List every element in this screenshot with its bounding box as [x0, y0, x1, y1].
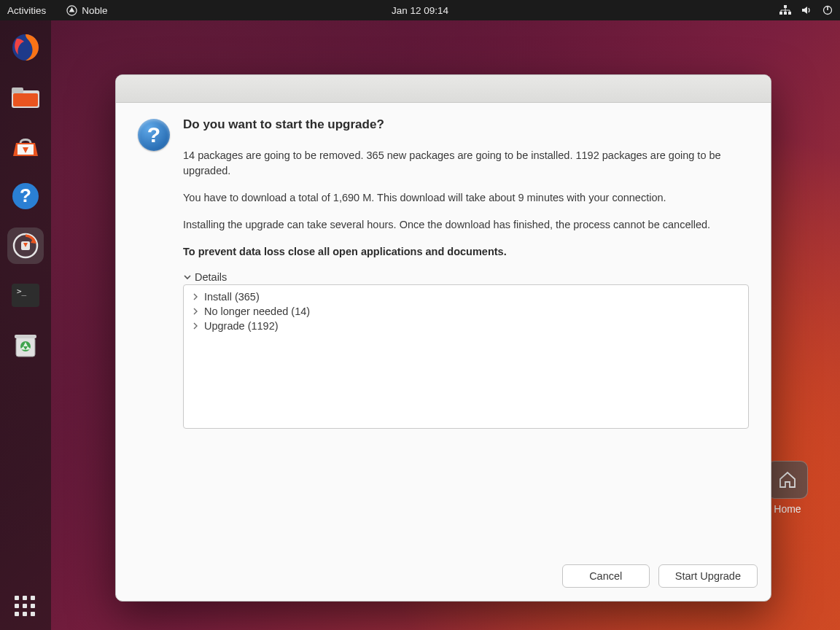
dock-software-updater[interactable]: [7, 228, 44, 264]
upgrade-dialog: ? Do you want to start the upgrade? 14 p…: [115, 74, 771, 602]
tree-install[interactable]: Install (365): [187, 289, 745, 304]
app-menu-icon: [66, 5, 77, 16]
dock-help[interactable]: ?: [7, 178, 44, 214]
chevron-right-icon: [191, 322, 200, 330]
system-status-area[interactable]: [779, 5, 833, 15]
svg-text:>_: >_: [17, 287, 27, 296]
details-expander[interactable]: Details: [183, 271, 749, 283]
tree-upgrade-label: Upgrade (1192): [204, 320, 279, 332]
svg-rect-2: [779, 12, 782, 15]
data-loss-warning: To prevent data loss close all open appl…: [183, 244, 749, 260]
chevron-down-icon: [183, 273, 192, 281]
activities-button[interactable]: Activities: [7, 5, 46, 16]
show-applications[interactable]: [7, 592, 44, 621]
app-menu[interactable]: Noble: [66, 5, 107, 16]
dialog-titlebar[interactable]: [116, 75, 771, 103]
svg-rect-10: [13, 93, 38, 106]
svg-rect-9: [12, 88, 23, 93]
dock-trash[interactable]: [7, 327, 44, 363]
svg-text:?: ?: [20, 184, 31, 206]
download-info: You have to download a total of 1,690 M.…: [183, 190, 749, 206]
tree-no-longer-label: No longer needed (14): [204, 306, 310, 317]
tree-upgrade[interactable]: Upgrade (1192): [187, 319, 745, 333]
start-upgrade-button[interactable]: Start Upgrade: [658, 564, 758, 588]
dialog-heading: Do you want to start the upgrade?: [183, 117, 749, 132]
details-tree: Install (365) No longer needed (14) Upgr…: [183, 284, 749, 429]
chevron-right-icon: [191, 308, 200, 315]
network-icon: [779, 5, 791, 15]
power-icon: [822, 5, 833, 15]
volume-icon: [801, 5, 812, 15]
ubuntu-dock: ? >_: [0, 20, 51, 630]
dock-terminal[interactable]: >_: [7, 277, 44, 314]
apps-grid-icon: [15, 596, 36, 618]
duration-info: Installing the upgrade can take several …: [183, 217, 749, 233]
details-label: Details: [195, 271, 227, 283]
tree-install-label: Install (365): [204, 291, 260, 303]
dock-software[interactable]: [7, 128, 44, 165]
cancel-button[interactable]: Cancel: [562, 564, 650, 588]
dock-firefox[interactable]: [7, 29, 44, 66]
app-menu-label: Noble: [82, 5, 107, 16]
tree-no-longer-needed[interactable]: No longer needed (14): [187, 304, 745, 319]
svg-rect-4: [788, 12, 791, 15]
chevron-right-icon: [191, 293, 200, 300]
svg-rect-3: [784, 12, 787, 15]
svg-rect-1: [784, 5, 787, 8]
clock[interactable]: Jan 12 09:14: [392, 5, 448, 16]
gnome-top-bar: Activities Noble Jan 12 09:14: [0, 0, 840, 20]
svg-rect-19: [15, 335, 36, 338]
dock-files[interactable]: [7, 79, 44, 115]
question-icon: ?: [138, 119, 170, 151]
package-summary: 14 packages are going to be removed. 365…: [183, 148, 749, 179]
home-icon: [777, 470, 798, 489]
